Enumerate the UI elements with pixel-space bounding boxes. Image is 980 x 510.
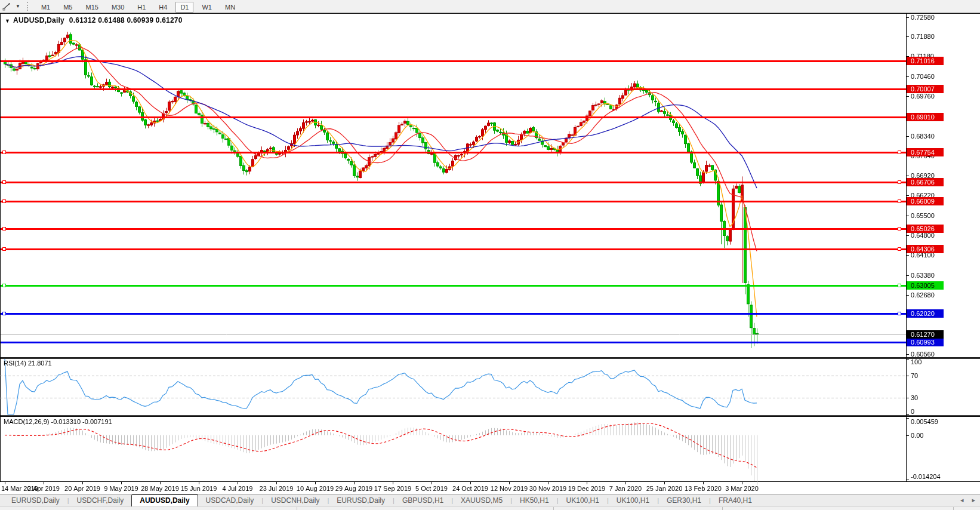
timeframe-toolbar: ▼ M1M5M15M30H1H4D1W1MN [0,0,980,13]
macd-indicator-label: MACD(12,26,9) -0.013310 -0.007191 [4,418,112,425]
status-bar-divider [722,507,723,510]
status-bar-divider [297,507,297,510]
timeframe-buttons: M1M5M15M30H1H4D1W1MN [35,1,242,12]
timeframe-button-mn[interactable]: MN [220,2,240,13]
chart-tab-uk100-h1[interactable]: UK100,H1 [609,495,657,506]
chart-symbol-label: AUDUSD,Daily [13,16,64,24]
chart-tab-gbpusd-h1[interactable]: GBPUSD,H1 [395,495,451,506]
timeframe-button-d1[interactable]: D1 [175,2,193,13]
rsi-indicator-label: RSI(14) 21.8071 [4,360,52,367]
chart-tab-eurusd-daily[interactable]: EURUSD,Daily [329,495,393,506]
chart-tab-usdcad-daily[interactable]: USDCAD,Daily [198,495,262,506]
cursor-tool-icon[interactable] [0,1,14,13]
chart-tab-xauusd-m5[interactable]: XAUUSD,M5 [453,495,510,506]
price-chart-canvas[interactable] [0,0,980,510]
chart-tab-eurusd-daily[interactable]: EURUSD,Daily [4,495,67,506]
chart-tab-ger30-h1[interactable]: GER30,H1 [659,495,709,506]
chart-tab-hk50-h1[interactable]: HK50,H1 [512,495,557,506]
timeframe-button-w1[interactable]: W1 [197,2,217,13]
status-bar-divider [553,507,554,510]
timeframe-button-h1[interactable]: H1 [132,2,150,13]
trading-terminal-window: ▼ M1M5M15M30H1H4D1W1MN ▼AUDUSD,Daily0.61… [0,0,980,510]
chart-tab-usdcnh-daily[interactable]: USDCNH,Daily [263,495,327,506]
timeframe-button-m30[interactable]: M30 [107,2,129,13]
chart-tab-audusd-daily[interactable]: AUDUSD,Daily [131,494,198,507]
toolbar-grip-handle [27,2,30,11]
chart-tab-usdchf-daily[interactable]: USDCHF,Daily [69,495,132,506]
timeframe-button-m5[interactable]: M5 [58,2,77,13]
timeframe-button-m1[interactable]: M1 [36,2,55,13]
chart-ohlc-values: 0.61312 0.61488 0.60939 0.61270 [69,16,183,24]
status-bar [0,506,980,510]
status-bar-divider [953,507,954,510]
tab-scroll-left-icon[interactable]: ◂ [960,496,964,504]
chart-tabs: EURUSD,Daily|USDCHF,DailyAUDUSD,DailyUSD… [4,494,760,506]
chart-tab-fra40-h1[interactable]: FRA40,H1 [711,495,760,506]
chart-title: ▼AUDUSD,Daily0.61312 0.61488 0.60939 0.6… [5,16,183,24]
tab-scroll-right-icon[interactable]: ▸ [972,496,975,504]
chart-tab-uk100-h1[interactable]: UK100,H1 [559,495,607,506]
timeframe-button-m15[interactable]: M15 [81,2,103,13]
chart-tabs-bar: EURUSD,Daily|USDCHF,DailyAUDUSD,DailyUSD… [0,494,980,506]
tab-scroll-arrows: ◂ ▸ [960,496,975,504]
symbol-dropdown-icon[interactable]: ▼ [5,18,10,24]
timeframe-button-h4[interactable]: H4 [154,2,172,13]
tool-dropdown-caret-icon[interactable]: ▼ [14,4,23,9]
